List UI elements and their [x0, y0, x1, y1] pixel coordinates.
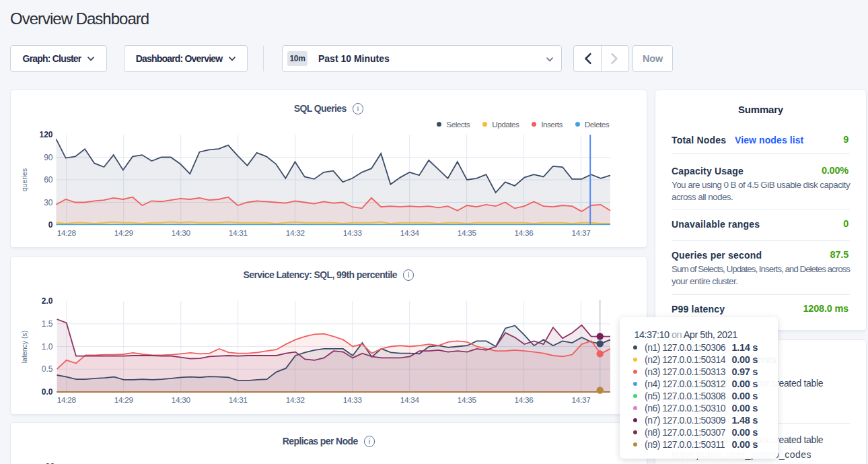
svg-text:latency (s): latency (s)	[20, 331, 28, 363]
svg-text:0.5: 0.5	[42, 364, 53, 374]
svg-text:14:35: 14:35	[458, 228, 477, 238]
svg-text:14:36: 14:36	[515, 395, 534, 405]
svg-text:14:31: 14:31	[229, 228, 248, 238]
svg-text:14:37: 14:37	[572, 395, 591, 405]
svg-text:14:28: 14:28	[57, 228, 77, 238]
svg-text:120: 120	[39, 130, 52, 139]
svg-text:14:28: 14:28	[57, 395, 77, 405]
svg-text:14:32: 14:32	[286, 228, 305, 238]
svg-text:14:37: 14:37	[572, 228, 591, 238]
svg-text:90: 90	[44, 153, 53, 162]
svg-text:30: 30	[44, 198, 53, 207]
svg-text:0: 0	[48, 220, 53, 230]
svg-text:0.0: 0.0	[42, 387, 53, 397]
svg-text:14:34: 14:34	[400, 395, 420, 405]
svg-text:14:32: 14:32	[286, 395, 305, 405]
svg-text:14:33: 14:33	[343, 228, 363, 238]
svg-text:14:34: 14:34	[400, 228, 420, 238]
svg-text:queries: queries	[20, 168, 28, 191]
svg-text:14:30: 14:30	[172, 228, 191, 238]
svg-text:14:31: 14:31	[229, 395, 248, 405]
svg-text:60: 60	[44, 175, 53, 185]
svg-text:14:29: 14:29	[114, 228, 133, 238]
svg-text:14:29: 14:29	[114, 395, 133, 405]
svg-text:14:33: 14:33	[343, 395, 363, 405]
svg-text:1.0: 1.0	[42, 342, 53, 352]
svg-text:2.0: 2.0	[42, 296, 53, 306]
svg-text:14:30: 14:30	[172, 395, 191, 405]
svg-text:14:35: 14:35	[458, 395, 477, 405]
svg-text:14:36: 14:36	[515, 228, 534, 238]
svg-text:1.5: 1.5	[42, 319, 53, 329]
